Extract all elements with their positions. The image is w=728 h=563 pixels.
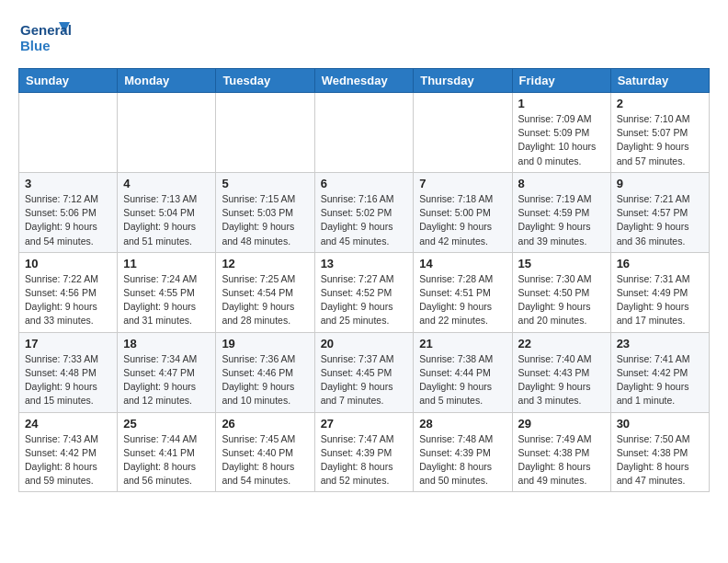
calendar-cell: 27Sunrise: 7:47 AM Sunset: 4:39 PM Dayli… xyxy=(314,412,414,492)
calendar-cell: 1Sunrise: 7:09 AM Sunset: 5:09 PM Daylig… xyxy=(512,93,610,173)
calendar-header-thursday: Thursday xyxy=(414,69,512,93)
day-info: Sunrise: 7:24 AM Sunset: 4:55 PM Dayligh… xyxy=(123,272,210,328)
calendar-cell: 26Sunrise: 7:45 AM Sunset: 4:40 PM Dayli… xyxy=(216,412,314,492)
day-number: 2 xyxy=(617,97,703,110)
day-number: 3 xyxy=(25,177,111,190)
calendar-cell: 4Sunrise: 7:13 AM Sunset: 5:04 PM Daylig… xyxy=(118,172,216,252)
calendar-cell: 3Sunrise: 7:12 AM Sunset: 5:06 PM Daylig… xyxy=(19,172,118,252)
calendar-cell xyxy=(19,93,118,173)
day-info: Sunrise: 7:41 AM Sunset: 4:42 PM Dayligh… xyxy=(617,352,703,408)
day-info: Sunrise: 7:43 AM Sunset: 4:42 PM Dayligh… xyxy=(25,432,111,488)
day-number: 12 xyxy=(222,257,308,270)
calendar-cell xyxy=(314,93,414,173)
day-info: Sunrise: 7:45 AM Sunset: 4:40 PM Dayligh… xyxy=(222,432,308,488)
calendar-cell: 6Sunrise: 7:16 AM Sunset: 5:02 PM Daylig… xyxy=(314,172,414,252)
day-info: Sunrise: 7:31 AM Sunset: 4:49 PM Dayligh… xyxy=(617,272,703,328)
day-info: Sunrise: 7:19 AM Sunset: 4:59 PM Dayligh… xyxy=(518,192,605,248)
day-number: 5 xyxy=(222,177,308,190)
calendar-cell: 19Sunrise: 7:36 AM Sunset: 4:46 PM Dayli… xyxy=(216,332,314,412)
day-info: Sunrise: 7:10 AM Sunset: 5:07 PM Dayligh… xyxy=(617,112,703,168)
header: GeneralBlue xyxy=(18,14,710,59)
page: GeneralBlue SundayMondayTuesdayWednesday… xyxy=(0,0,728,506)
day-info: Sunrise: 7:33 AM Sunset: 4:48 PM Dayligh… xyxy=(25,352,111,408)
day-number: 17 xyxy=(25,337,111,350)
calendar-cell: 29Sunrise: 7:49 AM Sunset: 4:38 PM Dayli… xyxy=(512,412,610,492)
day-number: 19 xyxy=(222,337,308,350)
calendar: SundayMondayTuesdayWednesdayThursdayFrid… xyxy=(18,68,710,492)
day-number: 20 xyxy=(321,337,408,350)
calendar-cell: 12Sunrise: 7:25 AM Sunset: 4:54 PM Dayli… xyxy=(216,252,314,332)
day-number: 26 xyxy=(222,417,308,431)
day-info: Sunrise: 7:28 AM Sunset: 4:51 PM Dayligh… xyxy=(419,272,506,328)
day-number: 4 xyxy=(123,177,210,190)
calendar-cell: 13Sunrise: 7:27 AM Sunset: 4:52 PM Dayli… xyxy=(314,252,414,332)
calendar-cell: 18Sunrise: 7:34 AM Sunset: 4:47 PM Dayli… xyxy=(118,332,216,412)
day-number: 30 xyxy=(617,417,703,431)
day-info: Sunrise: 7:15 AM Sunset: 5:03 PM Dayligh… xyxy=(222,192,308,248)
calendar-cell: 16Sunrise: 7:31 AM Sunset: 4:49 PM Dayli… xyxy=(610,252,709,332)
calendar-header-monday: Monday xyxy=(118,69,216,93)
day-info: Sunrise: 7:40 AM Sunset: 4:43 PM Dayligh… xyxy=(518,352,605,408)
calendar-week-row: 3Sunrise: 7:12 AM Sunset: 5:06 PM Daylig… xyxy=(19,172,710,252)
calendar-cell: 24Sunrise: 7:43 AM Sunset: 4:42 PM Dayli… xyxy=(19,412,118,492)
calendar-cell: 20Sunrise: 7:37 AM Sunset: 4:45 PM Dayli… xyxy=(314,332,414,412)
svg-text:Blue: Blue xyxy=(20,38,51,53)
day-number: 21 xyxy=(419,337,506,350)
calendar-cell: 28Sunrise: 7:48 AM Sunset: 4:39 PM Dayli… xyxy=(414,412,512,492)
calendar-header-friday: Friday xyxy=(512,69,610,93)
day-number: 22 xyxy=(518,337,605,350)
calendar-cell: 9Sunrise: 7:21 AM Sunset: 4:57 PM Daylig… xyxy=(610,172,709,252)
calendar-cell xyxy=(414,93,512,173)
calendar-cell: 30Sunrise: 7:50 AM Sunset: 4:38 PM Dayli… xyxy=(610,412,709,492)
calendar-header-tuesday: Tuesday xyxy=(216,69,314,93)
day-number: 13 xyxy=(321,257,408,270)
day-info: Sunrise: 7:44 AM Sunset: 4:41 PM Dayligh… xyxy=(123,432,210,488)
day-info: Sunrise: 7:16 AM Sunset: 5:02 PM Dayligh… xyxy=(321,192,408,248)
day-info: Sunrise: 7:22 AM Sunset: 4:56 PM Dayligh… xyxy=(25,272,111,328)
calendar-cell xyxy=(216,93,314,173)
day-info: Sunrise: 7:48 AM Sunset: 4:39 PM Dayligh… xyxy=(419,432,506,488)
calendar-cell: 22Sunrise: 7:40 AM Sunset: 4:43 PM Dayli… xyxy=(512,332,610,412)
day-info: Sunrise: 7:18 AM Sunset: 5:00 PM Dayligh… xyxy=(419,192,506,248)
calendar-cell: 11Sunrise: 7:24 AM Sunset: 4:55 PM Dayli… xyxy=(118,252,216,332)
day-info: Sunrise: 7:37 AM Sunset: 4:45 PM Dayligh… xyxy=(321,352,408,408)
calendar-cell: 17Sunrise: 7:33 AM Sunset: 4:48 PM Dayli… xyxy=(19,332,118,412)
calendar-cell: 2Sunrise: 7:10 AM Sunset: 5:07 PM Daylig… xyxy=(610,93,709,173)
calendar-cell: 25Sunrise: 7:44 AM Sunset: 4:41 PM Dayli… xyxy=(118,412,216,492)
day-info: Sunrise: 7:50 AM Sunset: 4:38 PM Dayligh… xyxy=(617,432,703,488)
day-info: Sunrise: 7:30 AM Sunset: 4:50 PM Dayligh… xyxy=(518,272,605,328)
calendar-cell: 14Sunrise: 7:28 AM Sunset: 4:51 PM Dayli… xyxy=(414,252,512,332)
day-number: 8 xyxy=(518,177,605,190)
day-info: Sunrise: 7:12 AM Sunset: 5:06 PM Dayligh… xyxy=(25,192,111,248)
day-number: 18 xyxy=(123,337,210,350)
calendar-cell: 8Sunrise: 7:19 AM Sunset: 4:59 PM Daylig… xyxy=(512,172,610,252)
day-info: Sunrise: 7:25 AM Sunset: 4:54 PM Dayligh… xyxy=(222,272,308,328)
calendar-week-row: 10Sunrise: 7:22 AM Sunset: 4:56 PM Dayli… xyxy=(19,252,710,332)
calendar-header-row: SundayMondayTuesdayWednesdayThursdayFrid… xyxy=(19,69,710,93)
day-info: Sunrise: 7:27 AM Sunset: 4:52 PM Dayligh… xyxy=(321,272,408,328)
day-number: 9 xyxy=(617,177,703,190)
logo-svg: GeneralBlue xyxy=(18,18,74,59)
day-number: 24 xyxy=(25,417,111,431)
calendar-header-sunday: Sunday xyxy=(19,69,118,93)
day-info: Sunrise: 7:49 AM Sunset: 4:38 PM Dayligh… xyxy=(518,432,605,488)
calendar-header-wednesday: Wednesday xyxy=(314,69,414,93)
day-info: Sunrise: 7:13 AM Sunset: 5:04 PM Dayligh… xyxy=(123,192,210,248)
day-number: 10 xyxy=(25,257,111,270)
calendar-header-saturday: Saturday xyxy=(610,69,709,93)
day-number: 15 xyxy=(518,257,605,270)
day-info: Sunrise: 7:34 AM Sunset: 4:47 PM Dayligh… xyxy=(123,352,210,408)
calendar-week-row: 1Sunrise: 7:09 AM Sunset: 5:09 PM Daylig… xyxy=(19,93,710,173)
day-info: Sunrise: 7:36 AM Sunset: 4:46 PM Dayligh… xyxy=(222,352,308,408)
logo: GeneralBlue xyxy=(18,18,74,59)
day-info: Sunrise: 7:38 AM Sunset: 4:44 PM Dayligh… xyxy=(419,352,506,408)
day-number: 25 xyxy=(123,417,210,431)
day-number: 16 xyxy=(617,257,703,270)
day-number: 6 xyxy=(321,177,408,190)
day-number: 7 xyxy=(419,177,506,190)
day-number: 1 xyxy=(518,97,605,110)
calendar-cell: 5Sunrise: 7:15 AM Sunset: 5:03 PM Daylig… xyxy=(216,172,314,252)
calendar-cell: 23Sunrise: 7:41 AM Sunset: 4:42 PM Dayli… xyxy=(610,332,709,412)
day-number: 14 xyxy=(419,257,506,270)
day-info: Sunrise: 7:47 AM Sunset: 4:39 PM Dayligh… xyxy=(321,432,408,488)
